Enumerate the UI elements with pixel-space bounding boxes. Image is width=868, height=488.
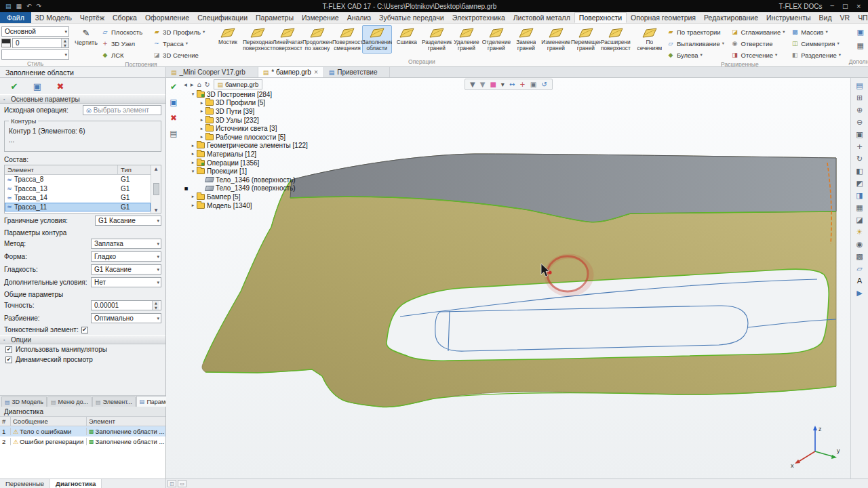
ribbon-tab[interactable]: Листовой металл — [509, 12, 574, 23]
option-checkbox[interactable] — [5, 357, 12, 363]
ribbon-small-button[interactable]: ▱ Выталкивание ▾ — [665, 38, 729, 49]
option-checkbox[interactable] — [5, 346, 12, 353]
ribbon-tab[interactable]: Анализ — [343, 12, 375, 23]
table-row[interactable]: Трасса_14 G1 — [5, 193, 151, 203]
cancel-icon[interactable]: ✖ — [167, 112, 180, 124]
undo-icon[interactable]: ↶ — [26, 3, 32, 9]
precision-input[interactable]: 0.00001 ▲▼ — [91, 300, 161, 310]
ribbon-big-button[interactable]: Отделение граней — [481, 25, 511, 54]
boundary-conditions-select[interactable]: G1 Касание ▾ — [95, 216, 161, 226]
redo-icon[interactable]: ↷ — [37, 3, 42, 9]
scrollbar-thumb[interactable] — [153, 183, 159, 195]
tree-row[interactable]: ▸ Бампер [5] — [184, 192, 308, 201]
tree-row[interactable]: ▸ 3D Пути [39] — [184, 107, 308, 116]
grid-icon[interactable]: ▩ — [853, 251, 867, 262]
ribbon-big-button[interactable]: Разделение граней — [422, 25, 452, 54]
tree-doc-tab[interactable]: ▤ бампер.grb — [214, 79, 263, 89]
column-header-type[interactable]: Тип — [118, 165, 151, 174]
draw-button[interactable]: ✎ Чертить — [73, 25, 99, 46]
pan-icon[interactable]: + — [853, 141, 867, 152]
workplane-toggle-icon[interactable]: ▱ — [853, 263, 867, 274]
tree-row[interactable]: ▾ Проекции [1] — [184, 167, 308, 176]
rotate-view-icon[interactable]: ↻ — [853, 153, 867, 165]
ribbon-tab[interactable]: Оформление — [141, 12, 193, 23]
tree-row[interactable]: ▸ 3D Профили [5] — [184, 99, 308, 108]
expander-icon[interactable]: ▸ — [199, 126, 205, 131]
ribbon-tab[interactable]: VR — [836, 12, 854, 23]
ribbon-big-button[interactable]: Мостик — [213, 25, 243, 47]
document-tab[interactable]: ▤ Приветствие — [324, 67, 391, 77]
ribbon-small-button[interactable]: ▩ Массив ▾ — [789, 26, 845, 37]
expander-icon[interactable]: ▸ — [190, 143, 196, 148]
tree-row[interactable]: ▸ 3D Узлы [232] — [184, 116, 308, 125]
spinner-arrows-icon[interactable]: ▲▼ — [152, 301, 159, 310]
zoom-in-icon[interactable]: ⊕ — [853, 104, 867, 116]
shaded-mode-icon[interactable]: ◨ — [853, 190, 867, 201]
table-row[interactable]: Трасса_11 G1 — [5, 203, 151, 212]
expander-icon[interactable]: ▸ — [190, 160, 196, 165]
section-view-icon[interactable]: ◪ — [853, 214, 867, 226]
priority-spinner[interactable]: 0 ▲▼ — [12, 38, 69, 48]
table-scrollbar[interactable]: ▲ ▼ — [151, 165, 161, 213]
ribbon-tab[interactable]: ЧПУ — [854, 12, 868, 23]
expander-icon[interactable]: ▸ — [199, 108, 205, 114]
selector-filter-icon[interactable]: ▼ — [470, 81, 475, 88]
app-menu-icon[interactable]: ▤ — [5, 3, 12, 9]
section-header-main-params[interactable]: Основные параметры — [0, 94, 165, 104]
ribbon-tab[interactable]: Электротехника — [448, 12, 509, 23]
3d-viewport[interactable]: ✔▣✖▤ ◂▸⌂↻ ▤ бампер.grb ▾ 3D Построения [… — [166, 78, 850, 479]
layer-select[interactable]: ▾ — [1, 49, 69, 60]
expander-icon[interactable]: ▾ — [190, 169, 196, 174]
zoom-all-icon[interactable]: ▣ — [853, 129, 867, 140]
source-operation-field[interactable]: ◎ Выбрать элемент — [83, 105, 161, 115]
external-array-icon[interactable]: ▦ — [854, 41, 867, 54]
ribbon-big-button[interactable]: Поверхность смещения — [332, 25, 362, 54]
home-icon[interactable]: ⌂ — [197, 81, 201, 88]
tree-row[interactable]: Тело_1346 (поверхность) — [184, 176, 308, 184]
ok-icon[interactable]: ✔ — [167, 81, 180, 93]
clip-icon[interactable]: ▣ — [530, 81, 536, 88]
measure-arrow-icon[interactable]: ▶ — [853, 287, 867, 299]
param-select[interactable]: G1 Касание ▾ — [91, 264, 161, 274]
ribbon-big-button[interactable]: Изменение граней — [541, 25, 571, 54]
face-filter-icon[interactable]: ▼ — [480, 81, 486, 88]
zoom-out-icon[interactable]: ⊖ — [853, 117, 867, 128]
ribbon-tab[interactable]: Чертёж — [76, 12, 108, 23]
ribbon-tab[interactable]: Параметры — [252, 12, 298, 23]
refresh-icon[interactable]: ↻ — [205, 81, 210, 88]
ribbon-small-button[interactable]: ◧ Разделение ▾ — [789, 49, 845, 60]
zoom-window-icon[interactable]: ⊞ — [853, 92, 867, 104]
ribbon-small-button[interactable]: ▰ 3D Профиль ▾ — [151, 26, 209, 37]
tree-row[interactable]: ▸ Источники света [3] — [184, 124, 308, 133]
tflex-docs-menu[interactable]: T-FLEX DOCs — [779, 3, 823, 10]
param-select[interactable]: Гладко ▾ — [91, 251, 161, 262]
ribbon-tab[interactable]: Спецификации — [193, 12, 252, 23]
ribbon-tab[interactable]: Вид — [815, 12, 836, 23]
tree-row[interactable]: ▸ Операции [1356] — [184, 159, 308, 167]
param-select[interactable]: Нет ▾ — [91, 277, 161, 287]
ribbon-tab[interactable]: Поверхности — [574, 12, 627, 23]
highlight-color-swatch[interactable]: ■ — [490, 81, 496, 88]
tree-row[interactable]: ■ Тело_1349 (поверхность) — [184, 184, 308, 193]
subdivision-select[interactable]: Оптимально ▾ — [91, 313, 161, 323]
spinner-arrows-icon[interactable]: ▲▼ — [61, 39, 68, 47]
ribbon-tab[interactable]: Опорная геометрия — [627, 12, 700, 23]
ribbon-small-button[interactable]: ◪ 3D Сечение — [151, 49, 209, 60]
tree-row[interactable]: ▸ Рабочие плоскости [5] — [184, 133, 308, 142]
column-header-num[interactable]: # — [0, 417, 11, 426]
table-row[interactable]: Трасса_13 G1 — [5, 184, 151, 194]
ribbon-big-button[interactable]: Перемещение граней — [571, 25, 601, 54]
ribbon-big-button[interactable]: Удаление граней — [452, 25, 481, 54]
ribbon-tab[interactable]: Файл — [0, 12, 31, 23]
snap-mode-icon[interactable]: + — [519, 81, 525, 88]
expander-icon[interactable]: ▸ — [199, 117, 205, 123]
back-icon[interactable]: ◂ — [184, 81, 187, 88]
contour-item[interactable]: Контур 1 (Элементов: 6) — [7, 127, 158, 136]
expander-icon[interactable]: ▸ — [190, 151, 196, 157]
panel-bottom-tab[interactable]: ▤ 3D Модель — [1, 396, 47, 407]
panel-bottom-tab[interactable]: ▤ Элемент... — [92, 396, 136, 407]
annotation-text-icon[interactable]: A — [853, 275, 867, 287]
left-view-icon[interactable]: ◧ — [853, 165, 867, 177]
page-button[interactable]: ▭ — [178, 480, 186, 487]
status-tab[interactable]: Переменные — [0, 479, 50, 488]
